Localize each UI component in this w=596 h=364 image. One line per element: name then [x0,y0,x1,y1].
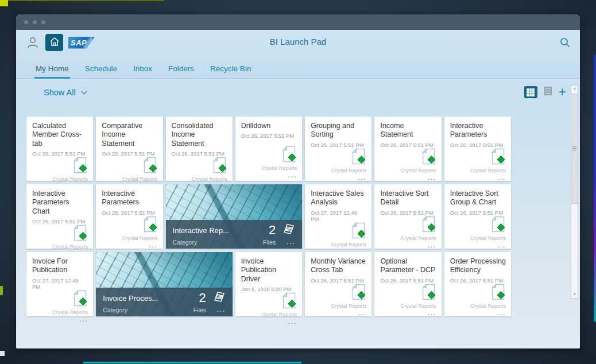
tile-date: Oct 27, 2017 12:46 PM [311,210,366,222]
crystal-reports-document-icon [72,290,88,309]
tile-kind-label: Crystal Reports [380,235,436,241]
tile-title: Drilldown [241,122,297,130]
category-menu-button[interactable]: ... [213,308,226,311]
crystal-reports-document-icon [72,157,88,176]
tab-recycle-bin[interactable]: Recycle Bin [210,64,251,78]
tile-date: Oct 26, 2017 5:51 PM [380,277,436,284]
report-tile[interactable]: Interactive Parameters Oct 26, 2017 5:51… [96,184,162,249]
report-tile[interactable]: Monthly Variance Cross Tab Oct 26, 2017 … [305,252,371,316]
window-control-dot[interactable] [41,20,45,24]
edge-artifact [0,351,5,356]
scroll-down-arrow-icon[interactable]: ˄ [571,291,578,298]
app-window: SAP BI Launch Pad My Home Schedule Inbox… [16,14,580,348]
show-all-dropdown[interactable]: Show All [44,88,88,97]
tile-menu-button[interactable]: ... [102,243,157,247]
category-overlay: Interactive Rep... 2 Category Files ... [166,220,303,249]
category-title: Interactive Rep... [173,226,256,235]
window-title-bar[interactable] [16,14,580,30]
home-button[interactable] [45,34,63,51]
add-button[interactable]: + [559,87,566,98]
tile-title: Interactive Parameters [450,122,506,140]
grid-view-button[interactable] [524,86,537,98]
report-tile[interactable]: Interactive Parameters Oct 26, 2017 5:51… [444,117,511,181]
report-tile[interactable]: Order Processing Efficiency Oct 26, 2017… [444,252,511,316]
report-tile[interactable]: Interactive Sort Group & Chart Oct 26, 2… [444,184,511,249]
report-tile[interactable]: Comparative Income Statement Oct 26, 201… [96,117,162,181]
tile-kind-label: Crystal Reports [380,168,436,173]
screen-background: SAP BI Launch Pad My Home Schedule Inbox… [0,0,596,364]
category-tile[interactable]: Invoice Proces... 2 Category Files ... [96,252,233,316]
tab-folders[interactable]: Folders [168,64,194,78]
tile-date: Oct 26, 2017 5:51 PM [241,133,297,139]
tile-title: Interactive Parameters [102,189,157,207]
list-view-button[interactable] [544,86,552,98]
tile-title: Invoice For Publication [32,257,88,275]
tile-menu-button[interactable]: ... [380,175,436,179]
report-tile[interactable]: Calculated Member Cross-tab Oct 26, 2017… [26,117,93,181]
tile-title: Comparative Income Statement [102,122,157,148]
report-tile[interactable]: Optional Parameter - DCP Oct 26, 2017 5:… [374,252,441,316]
report-tile[interactable]: Interactive Parameters Chart Oct 26, 201… [26,184,93,249]
tile-menu-button[interactable]: ... [241,319,297,323]
tile-area: Calculated Member Cross-tab Oct 26, 2017… [16,106,580,348]
crystal-reports-document-icon [72,224,88,243]
tile-date: Oct 26, 2017 5:51 PM [32,150,88,157]
tile-title: Calculated Member Cross-tab [32,122,88,148]
tile-title: Consolidated Income Statement [172,122,227,148]
sap-logo: SAP [68,37,95,49]
edge-artifact [594,55,596,322]
crystal-reports-document-icon [212,157,227,176]
crystal-reports-document-icon [142,216,158,235]
tile-menu-button[interactable]: ... [450,311,506,315]
tile-date: Oct 26, 2017 5:51 PM [311,142,366,148]
window-control-dot[interactable] [24,20,28,24]
tile-menu-button[interactable]: ... [311,311,366,315]
vertical-scrollbar[interactable]: ˅ ˄ [571,85,578,299]
tile-date: Oct 26, 2017 5:51 PM [380,210,436,216]
search-icon[interactable] [559,37,571,48]
person-icon[interactable] [26,36,39,49]
tile-date: Oct 26, 2017 5:51 PM [450,277,506,284]
report-tile[interactable]: Income Statement Oct 26, 2017 5:51 PM Cr… [374,117,441,181]
tile-title: Interactive Parameters Chart [32,189,88,216]
edge-artifact [0,286,3,295]
tile-date: Oct 26, 2017 5:51 PM [32,218,88,224]
category-overlay: Invoice Proces... 2 Category Files ... [96,288,233,316]
tile-title: Optional Parameter - DCP [380,257,436,275]
tab-bar: My Home Schedule Inbox Folders Recycle B… [16,59,580,79]
category-tile[interactable]: Interactive Rep... 2 Category Files ... [166,184,303,249]
report-tile[interactable]: Invoice For Publication Oct 27, 2017 12:… [26,252,93,316]
tile-menu-button[interactable]: ... [32,317,88,321]
tab-my-home[interactable]: My Home [36,64,69,78]
tab-schedule[interactable]: Schedule [85,64,117,78]
category-file-count: 2 [263,224,276,236]
tile-menu-button[interactable]: ... [241,173,297,178]
window-control-dot[interactable] [33,20,37,24]
report-tile[interactable]: Interactive Sales Analysis Oct 27, 2017 … [305,184,371,249]
category-file-count: 2 [193,292,206,304]
tile-grid: Calculated Member Cross-tab Oct 26, 2017… [26,117,511,316]
tile-title: Interactive Sort Group & Chart [450,189,506,207]
tile-kind-label: Crystal Reports [380,303,436,309]
tile-date: Oct 26, 2017 5:51 PM [102,150,157,157]
tile-title: Invoice Publication Driver [241,257,297,284]
tile-menu-button[interactable]: ... [380,243,436,247]
tile-menu-button[interactable]: ... [311,175,366,179]
tile-date: Oct 26, 2017 5:51 PM [450,210,506,216]
list-view-icon [544,86,552,98]
report-tile[interactable]: Invoice Publication Driver Jan 8, 2018 6… [235,252,302,316]
tile-title: Monthly Variance Cross Tab [311,257,366,275]
tab-inbox[interactable]: Inbox [133,64,152,78]
tile-menu-button[interactable]: ... [450,175,506,179]
report-tile[interactable]: Grouping and Sorting Oct 26, 2017 5:51 P… [305,117,371,181]
tile-menu-button[interactable]: ... [380,311,436,315]
scroll-up-arrow-icon[interactable]: ˅ [571,86,578,92]
report-tile[interactable]: Drilldown Oct 26, 2017 5:51 PM Crystal R… [235,117,302,181]
scrollbar-thumb[interactable] [571,94,578,204]
category-menu-button[interactable]: ... [282,240,295,243]
tile-menu-button[interactable]: ... [450,243,506,247]
report-tile[interactable]: Consolidated Income Statement Oct 26, 20… [166,117,233,181]
crystal-reports-document-icon [142,157,158,176]
report-tile[interactable]: Interactive Sort Detail Oct 26, 2017 5:5… [374,184,441,249]
app-header: SAP BI Launch Pad My Home Schedule Inbox… [16,30,580,79]
